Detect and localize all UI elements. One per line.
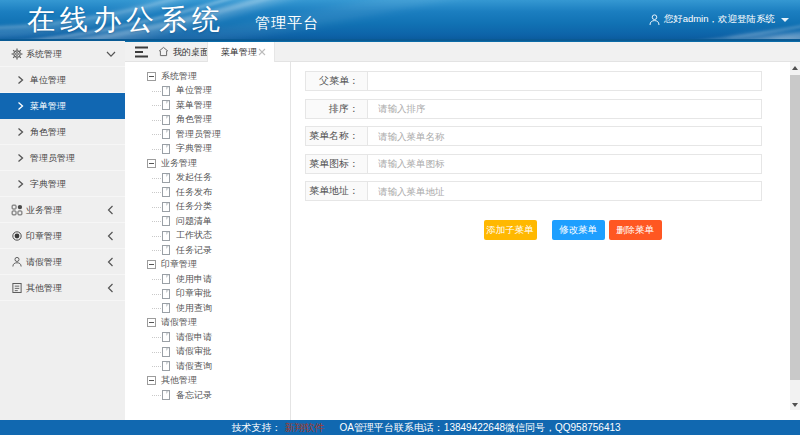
sidebar-item-leave[interactable]: 请假管理 [0, 249, 125, 275]
scroll-up-icon[interactable] [790, 62, 800, 73]
app-icon [11, 204, 23, 216]
document-icon [162, 289, 170, 299]
tab-menu-management[interactable]: 菜单管理 [207, 42, 275, 63]
sidebar-item-role[interactable]: 角色管理 [0, 119, 125, 145]
tree-node-leave[interactable]: 请假管理 [125, 316, 290, 331]
tree-node[interactable]: 印章审批 [125, 287, 290, 302]
document-icon [162, 303, 170, 313]
sidebar-item-admin[interactable]: 管理员管理 [0, 145, 125, 171]
tree-node[interactable]: 字典管理 [125, 142, 290, 157]
tree-node[interactable]: 问题清单 [125, 214, 290, 229]
sidebar-item-seal[interactable]: 印章管理 [0, 223, 125, 249]
brand: 在线办公系统 管理平台 [27, 0, 319, 39]
caret-down-icon [781, 18, 789, 22]
chevron-right-icon [17, 153, 24, 163]
tree-node-label: 使用查询 [176, 302, 212, 315]
tree-node-seal[interactable]: 印章管理 [125, 258, 290, 273]
sidebar-item-label: 菜单管理 [30, 93, 66, 119]
menu-icon-label: 菜单图标： [305, 154, 368, 174]
collapse-box-icon[interactable] [147, 72, 156, 81]
tree-node[interactable]: 工作状态 [125, 229, 290, 244]
sidebar-item-unit[interactable]: 单位管理 [0, 67, 125, 93]
sort-input[interactable] [368, 99, 762, 119]
menu-tree-panel: 系统管理 单位管理 菜单管理 角色管理 管理员管理 字典管理 业务管理 发起任务… [125, 62, 291, 420]
chevron-left-icon [106, 283, 116, 293]
sidebar-item-business[interactable]: 业务管理 [0, 197, 125, 223]
sidebar-item-system[interactable]: 系统管理 [0, 41, 125, 67]
footer-bar: 技术支持：新翔软件OA管理平台联系电话：13849422648微信同号，QQ95… [0, 420, 800, 435]
sidebar-item-label: 业务管理 [26, 197, 62, 223]
tree-node[interactable]: 任务发布 [125, 185, 290, 200]
document-icon [162, 390, 170, 400]
menu-name-input[interactable] [368, 126, 762, 146]
tree-node-system[interactable]: 系统管理 [125, 69, 290, 84]
home-icon [158, 46, 169, 57]
sidebar-item-label: 其他管理 [26, 275, 62, 301]
user-icon [649, 14, 660, 26]
tree-node-label: 角色管理 [176, 113, 212, 126]
sidebar-item-other[interactable]: 其他管理 [0, 275, 125, 301]
form-row-menu-url: 菜单地址： [305, 181, 762, 201]
tree-node-label: 任务记录 [176, 244, 212, 257]
tree-node-label: 任务分类 [176, 200, 212, 213]
delete-menu-button[interactable]: 删除菜单 [609, 220, 662, 240]
chevron-left-icon [106, 231, 116, 241]
app-subtitle: 管理平台 [255, 14, 319, 33]
menu-icon-input[interactable] [368, 154, 762, 174]
tree-node[interactable]: 请假申请 [125, 330, 290, 345]
collapse-box-icon[interactable] [147, 159, 156, 168]
footer-vendor-link[interactable]: 新翔软件 [284, 422, 324, 433]
tree-node[interactable]: 使用查询 [125, 301, 290, 316]
sidebar-item-menu[interactable]: 菜单管理 [0, 93, 125, 119]
tree-node[interactable]: 发起任务 [125, 171, 290, 186]
chevron-right-icon [17, 101, 24, 111]
tree-node-other[interactable]: 其他管理 [125, 374, 290, 389]
chevron-left-icon [106, 205, 116, 215]
close-tab-icon[interactable] [258, 48, 266, 56]
tree-node-label: 工作状态 [176, 229, 212, 242]
tree-node[interactable]: 单位管理 [125, 84, 290, 99]
modify-menu-button[interactable]: 修改菜单 [552, 220, 605, 240]
parent-menu-input[interactable] [368, 71, 762, 91]
chevron-left-icon [106, 257, 116, 267]
sort-label: 排序： [305, 99, 368, 119]
form-row-menu-icon: 菜单图标： [305, 154, 762, 174]
chevron-down-icon [106, 49, 116, 59]
menu-url-input[interactable] [368, 181, 762, 201]
tree-node[interactable]: 使用申请 [125, 272, 290, 287]
tab-label: 我的桌面 [173, 42, 209, 62]
tree-node-label: 任务发布 [176, 186, 212, 199]
app-title: 在线办公系统 [27, 0, 225, 39]
document-icon [162, 115, 170, 125]
tree-node[interactable]: 请假查询 [125, 359, 290, 374]
menu-url-label: 菜单地址： [305, 181, 368, 201]
vertical-scrollbar[interactable] [790, 62, 800, 410]
tree-node[interactable]: 菜单管理 [125, 98, 290, 113]
sidebar-item-label: 系统管理 [26, 41, 62, 67]
scrollbar-thumb[interactable] [790, 75, 800, 380]
document-icon [162, 144, 170, 154]
collapse-box-icon[interactable] [147, 318, 156, 327]
tree-node[interactable]: 角色管理 [125, 113, 290, 128]
tree-node[interactable]: 请假审批 [125, 345, 290, 360]
document-icon [162, 332, 170, 342]
collapse-box-icon[interactable] [147, 260, 156, 269]
add-submenu-button[interactable]: 添加子菜单 [484, 220, 537, 240]
user-menu[interactable]: 您好admin，欢迎登陆系统 [649, 0, 789, 39]
sidebar-item-dict[interactable]: 字典管理 [0, 171, 125, 197]
tree-node-business[interactable]: 业务管理 [125, 156, 290, 171]
scroll-down-icon[interactable] [790, 399, 800, 410]
collapse-sidebar-icon[interactable] [135, 46, 148, 58]
tree-node[interactable]: 任务分类 [125, 200, 290, 215]
collapse-box-icon[interactable] [147, 376, 156, 385]
tree-node[interactable]: 任务记录 [125, 243, 290, 258]
sidebar-item-label: 单位管理 [30, 67, 66, 93]
sidebar-item-label: 请假管理 [26, 249, 62, 275]
menu-tree: 系统管理 单位管理 菜单管理 角色管理 管理员管理 字典管理 业务管理 发起任务… [125, 62, 290, 403]
chevron-right-icon [17, 179, 24, 189]
tree-node-label: 备忘记录 [176, 389, 212, 402]
tree-node[interactable]: 管理员管理 [125, 127, 290, 142]
tree-node-label: 请假申请 [176, 331, 212, 344]
tree-node[interactable]: 备忘记录 [125, 388, 290, 403]
form-row-menu-name: 菜单名称： [305, 126, 762, 146]
